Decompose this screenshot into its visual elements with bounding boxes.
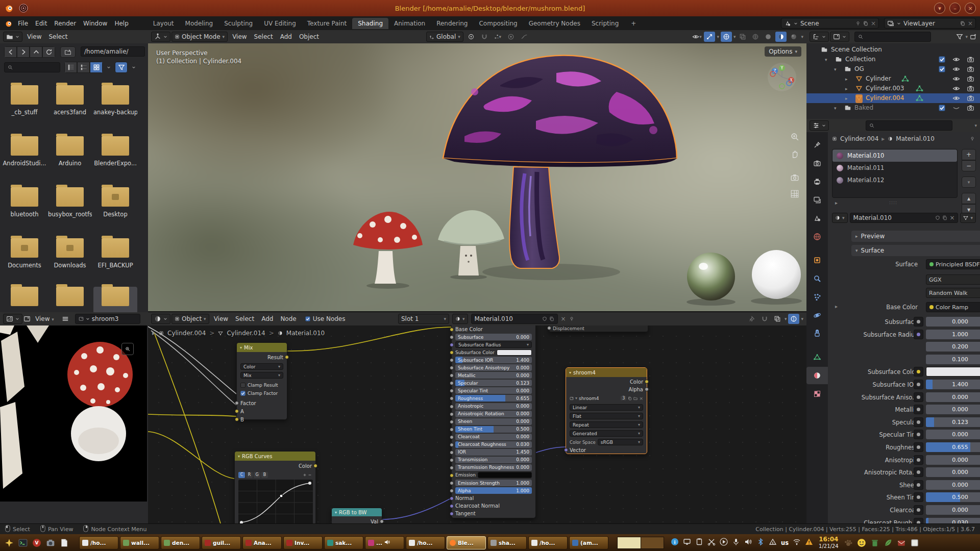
pan-hand-icon[interactable] [789, 148, 800, 160]
shader-menu-view[interactable]: View [210, 314, 232, 323]
xray-toggle-button[interactable] [737, 32, 748, 42]
workspace-tab-layout[interactable]: Layout [148, 18, 180, 29]
distribution-dropdown[interactable]: GGX▾ [926, 274, 980, 285]
snapping-icon[interactable] [759, 314, 770, 324]
scene-selector[interactable]: Scene × [781, 18, 879, 29]
input-socket[interactable] [450, 435, 454, 439]
bsdf-slider[interactable]: Metallic0.000 [455, 372, 532, 379]
curve-widget[interactable] [238, 480, 313, 523]
outliner-row-og[interactable]: ▾OG [806, 64, 980, 74]
input-socket[interactable] [450, 466, 454, 470]
folder-busybox-rootfs[interactable]: busybox_rootfs [48, 183, 92, 218]
a-input-socket[interactable] [235, 409, 239, 413]
bsdf-slider[interactable]: Specular0.123 [455, 380, 532, 386]
workspace-tab-shading[interactable]: Shading [352, 18, 388, 29]
eye-toggle-icon[interactable] [951, 94, 961, 103]
shader-menu-select[interactable]: Select [232, 314, 258, 323]
bsdf-slider[interactable]: Transmission Roughness0.000 [455, 464, 532, 471]
pin-id-icon[interactable] [970, 136, 975, 141]
param-socket-button[interactable] [914, 518, 923, 523]
menu-window[interactable]: Window [80, 19, 111, 28]
properties-tab-scene[interactable] [806, 210, 828, 227]
open-image-folder-icon[interactable] [633, 396, 638, 400]
folder-androidstudi-[interactable]: AndroidStudi... [3, 132, 46, 167]
collapse-arrow-icon[interactable]: ▾ [825, 57, 827, 62]
folder-partial-2[interactable] [93, 283, 137, 312]
file-menu-select[interactable]: Select [45, 32, 71, 41]
tray-mail-icon[interactable] [896, 538, 906, 548]
users-count-badge[interactable]: 3 [621, 396, 626, 400]
workspace-tab-geometry-nodes[interactable]: Geometry Nodes [523, 18, 586, 29]
fake-user-shield-icon[interactable] [542, 316, 547, 321]
shader-menu-node[interactable]: Node [277, 314, 300, 323]
input-socket[interactable] [450, 458, 454, 462]
folder-anakey-backup[interactable]: anakey-backup [93, 81, 137, 116]
outliner-row-scene-collection[interactable]: Scene Collection [806, 45, 980, 55]
input-socket[interactable] [450, 420, 454, 424]
tray-mic-icon[interactable] [732, 538, 740, 547]
workspace-tab-texture-paint[interactable]: Texture Paint [302, 18, 352, 29]
outliner-row-collection[interactable]: ▾Collection [806, 55, 980, 64]
slot-selector[interactable]: Slot 1▾ [398, 314, 449, 324]
input-socket[interactable] [450, 512, 454, 516]
properties-tab-modifiers[interactable] [806, 270, 828, 287]
shading-material-button[interactable] [775, 32, 787, 42]
files-launcher-icon[interactable] [58, 537, 70, 549]
collapse-arrow-icon[interactable]: ▾ [834, 106, 837, 111]
input-socket[interactable] [450, 428, 454, 432]
image-canvas[interactable] [0, 325, 147, 502]
param-slider[interactable]: 0.030 [926, 518, 980, 523]
taskbar-window-sak[interactable]: sak... [324, 536, 363, 549]
display-settings-chevron-icon[interactable] [107, 65, 111, 69]
expand-arrow-icon[interactable]: ▸ [845, 77, 848, 82]
folder-arduino[interactable]: Arduino [48, 132, 92, 167]
bsdf-slider[interactable]: Subsurface Anisotropy0.000 [455, 364, 532, 371]
input-socket[interactable] [450, 405, 454, 409]
tray-volume-icon[interactable] [744, 538, 752, 547]
param-socket-button[interactable] [914, 405, 923, 414]
input-socket[interactable] [450, 481, 454, 485]
folder-downloads[interactable]: Downloads [48, 234, 92, 269]
display-horizontal-list-button[interactable] [77, 62, 90, 73]
param-slider[interactable]: 0.000 [926, 405, 980, 414]
collapse-arrow-icon[interactable]: ▾ [834, 67, 837, 72]
shader-overlays-button[interactable] [788, 314, 799, 324]
bsdf-row-transmission-roughness[interactable]: Transmission Roughness0.000 [455, 464, 532, 471]
pivot-point-button[interactable] [465, 32, 477, 42]
shading-rendered-button[interactable] [788, 32, 799, 42]
tray-keyboard-icon[interactable]: us [781, 539, 789, 546]
bsdf-row-clearcoat-normal[interactable]: Clearcoat Normal [455, 503, 532, 509]
image-selector[interactable]: shroom3 [75, 314, 140, 324]
new-collection-icon[interactable] [970, 33, 977, 40]
param-socket-button[interactable] [914, 317, 923, 327]
param-socket-button[interactable] [914, 505, 923, 515]
bsdf-row-transmission[interactable]: Transmission0.000 [455, 457, 532, 463]
camera-toggle-icon[interactable] [966, 84, 975, 93]
material-slot-material-011[interactable]: Material.011 [832, 162, 957, 174]
extension-dropdown[interactable]: Repeat▾ [570, 421, 643, 428]
node-canvas[interactable]: ▸ Cylinder.004 > Cylinder.014 > Material… [148, 325, 806, 523]
param-slider[interactable]: 0.000 [926, 505, 980, 515]
visibility-dropdown-button[interactable]: ▾ [691, 32, 702, 42]
bsdf-slider[interactable]: Anisotropic Rotation0.000 [455, 411, 532, 417]
workspace-tab-uv-editing[interactable]: UV Editing [258, 18, 302, 29]
mode-selector[interactable]: Object Mode ▾ [172, 32, 228, 42]
bsdf-slider[interactable]: Transmission0.000 [455, 457, 532, 463]
param-slider[interactable]: 0.123 [926, 417, 980, 427]
projection-dropdown[interactable]: Flat▾ [570, 413, 643, 419]
path-field[interactable]: /home/amalie/ [81, 46, 145, 57]
tray-clipboard-icon[interactable] [695, 538, 703, 547]
outliner-row-cylinder-003[interactable]: ▸Cylinder.003 [806, 84, 980, 93]
taskbar-window-inv[interactable]: Inv... [283, 536, 323, 549]
expand-arrow-icon[interactable]: ▸ [845, 96, 848, 101]
tray-wifi-icon[interactable] [793, 538, 801, 547]
param-slider[interactable]: 1.400 [926, 380, 980, 389]
gizmos-chevron-icon[interactable]: ▾ [717, 34, 719, 39]
camera-toggle-icon[interactable] [966, 94, 975, 103]
taskbar-window-sha[interactable]: sha... [487, 536, 527, 549]
curve-channel-g[interactable]: G [254, 472, 260, 478]
display-thumbnails-button[interactable] [90, 62, 103, 73]
interpolation-dropdown[interactable]: Linear▾ [570, 404, 643, 411]
display-vertical-list-button[interactable] [64, 62, 77, 73]
tray-info-icon[interactable]: i [671, 538, 679, 547]
